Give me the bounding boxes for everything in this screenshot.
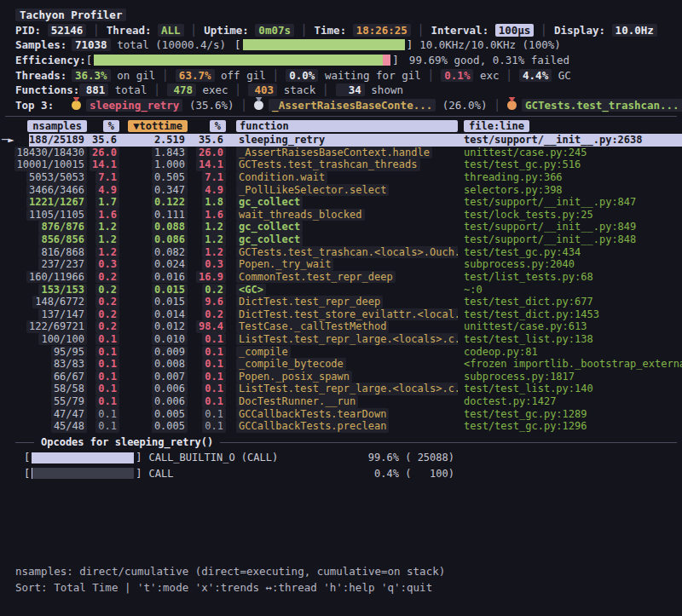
table-row-selected[interactable]: 25188/2518935.62.51935.6sleeping_retryte… (0, 134, 682, 147)
cell-function: Popen._posix_spawn (226, 371, 458, 383)
cell-tottime: 2.519 (119, 134, 188, 147)
cell-nsamples: 83/83 (5, 358, 87, 371)
function-name: sleeping_retry (236, 134, 327, 147)
cell-function: _compile (226, 346, 458, 359)
samples-detail-text: total (10000.4/s) (117, 38, 226, 51)
cell-pct-cumulative: 0.3 (188, 258, 226, 271)
file-line: <frozen importlib._bootstrap_externa (458, 358, 682, 371)
pct-cumulative-value: 0.1 (202, 346, 226, 359)
function-name: GCTests.test_trashcan.<locals>.Ouch... (236, 246, 458, 259)
table-row[interactable]: 160/119660.20.01616.9CommonTest.test_rep… (0, 271, 682, 284)
table-row[interactable]: 856/8561.20.0861.2gc_collecttest/support… (0, 233, 682, 246)
opcode-name: CALL_BUILTIN_O (CALL) (148, 452, 278, 463)
file-line: subprocess.py:1817 (458, 371, 682, 383)
column-header-tottime-sorted[interactable]: ▼tottime (128, 120, 188, 132)
function-name: DictTest.test_store_evilattr.<local... (236, 308, 458, 321)
samples-label: Samples: (15, 38, 72, 51)
table-row[interactable]: 237/2370.30.0240.3Popen._try_waitsubproc… (0, 258, 682, 271)
pct-direct-value: 1.2 (95, 233, 119, 246)
efficiency-line: Efficiency: [ ] 99.69% good, 0.31% faile… (0, 53, 682, 68)
stat-label: stack (277, 83, 315, 96)
table-row[interactable]: 47/470.10.0050.1GCCallbackTests.tearDown… (0, 408, 682, 421)
table-row[interactable]: 148/67720.20.0159.6DictTest.test_repr_de… (0, 296, 682, 308)
stat-label: exec (196, 83, 228, 96)
cell-nsamples: 45/48 (5, 420, 87, 433)
file-line: test/test_list.py:140 (458, 383, 682, 395)
cell-pct-direct: 0.1 (87, 408, 119, 421)
opcode-bar (32, 452, 134, 463)
table-row[interactable]: 45/480.10.0050.1GCCallbackTests.preclean… (0, 420, 682, 433)
function-name: gc_collect (236, 233, 303, 246)
table-row[interactable]: 100/1000.10.0100.1ListTest.test_repr_lar… (0, 333, 682, 346)
top3-function-name[interactable]: GCTests.test_trashcan... (522, 99, 682, 112)
pct-cumulative-value: 9.6 (202, 296, 226, 308)
table-row[interactable]: 10001/1001514.11.00014.1GCTests.test_tra… (0, 158, 682, 171)
table-row[interactable]: 3466/34664.90.3474.9_PollLikeSelector.se… (0, 184, 682, 197)
table-row[interactable]: 122/697210.20.01298.4TestCase._callTestM… (0, 320, 682, 333)
tottime-value: 0.122 (152, 196, 188, 209)
cell-function: <GC> (226, 284, 458, 296)
opcode-bar-open-bracket: [ (24, 452, 30, 463)
top3-function-name[interactable]: sleeping_retry (86, 99, 182, 112)
stat-label: shown (365, 83, 403, 96)
top3-function-name[interactable]: _AssertRaisesBaseConte... (269, 99, 436, 112)
stat-value: 881 (79, 83, 108, 96)
table-row[interactable]: 1221/12671.70.1221.8gc_collecttest/suppo… (0, 196, 682, 209)
table-row[interactable]: 83/830.10.0080.1_compile_bytecode<frozen… (0, 358, 682, 371)
cell-pct-cumulative: 9.6 (188, 296, 226, 308)
table-row[interactable]: 5053/50537.10.5057.1Condition.waitthread… (0, 171, 682, 184)
cell-pct-cumulative: 35.6 (188, 134, 226, 147)
pct-cumulative-value: 14.1 (196, 158, 226, 171)
pct-direct-value: 0.1 (95, 395, 119, 408)
nsamples-value: 237/237 (38, 258, 87, 271)
column-header-fileline[interactable]: file:line (464, 120, 529, 132)
cell-function: _PollLikeSelector.select (226, 184, 458, 197)
cell-pct-cumulative: 0.2 (188, 284, 226, 296)
table-row[interactable]: 55/790.10.0060.1DocTestRunner.__rundocte… (0, 395, 682, 408)
table-row[interactable]: 153/1530.20.0150.2<GC>~:0 (0, 283, 682, 296)
status-value: 10.0Hz (612, 24, 657, 37)
cell-nsamples: 3466/3466 (5, 184, 87, 197)
efficiency-bar (94, 55, 390, 66)
pct-direct-value: 35.6 (90, 134, 119, 147)
cell-tottime: 0.007 (119, 371, 188, 383)
cell-function: ListTest.test_repr_large.<locals>.c... (226, 383, 458, 395)
samples-bar (243, 39, 405, 50)
cell-nsamples: 25188/25189 (5, 134, 87, 147)
pct-cumulative-value: 98.4 (196, 320, 226, 333)
table-row[interactable]: 18430/1843026.01.84326.0_AssertRaisesBas… (0, 147, 682, 159)
file-line: test/test_gc.py:1296 (458, 420, 682, 433)
column-header-function[interactable]: function (236, 120, 458, 132)
table-row[interactable]: 58/580.10.0060.1ListTest.test_repr_large… (0, 383, 682, 395)
top3-separator: │ (241, 99, 248, 112)
table-row[interactable]: 137/1470.20.0140.2DictTest.test_store_ev… (0, 308, 682, 321)
cell-pct-direct: 35.6 (87, 134, 119, 147)
table-row[interactable]: 95/950.10.0090.1_compilecodeop.py:81 (0, 346, 682, 359)
cell-nsamples: 122/69721 (5, 320, 87, 333)
table-row[interactable]: 816/8681.20.0821.2GCTests.test_trashcan.… (0, 246, 682, 259)
tottime-value: 0.024 (152, 258, 188, 271)
cell-function: GCTests.test_trashcan.<locals>.Ouch... (226, 246, 458, 259)
status-label: Interval: (431, 24, 494, 37)
cell-nsamples: 100/100 (5, 333, 87, 346)
column-header-pct-cumulative[interactable]: % (210, 120, 226, 132)
bronze-medal-icon (507, 101, 517, 110)
nsamples-value: 25188/25189 (14, 134, 87, 147)
cell-tottime: 0.015 (119, 296, 188, 308)
stat-separator: │ (153, 83, 160, 96)
column-header-nsamples[interactable]: nsamples (27, 120, 87, 132)
cell-nsamples: 137/147 (5, 308, 87, 321)
pct-cumulative-value: 0.1 (202, 383, 226, 395)
column-header-pct-direct[interactable]: % (103, 120, 119, 132)
cell-pct-cumulative: 1.6 (188, 209, 226, 222)
table-row[interactable]: 1105/11051.60.1111.6wait_threads_blocked… (0, 209, 682, 222)
title-line: Tachyon Profiler (0, 8, 682, 23)
nsamples-value: 876/876 (38, 221, 87, 233)
silver-medal-icon (254, 101, 263, 110)
table-row[interactable]: 876/8761.20.0881.2gc_collecttest/support… (0, 221, 682, 233)
function-name: Popen._posix_spawn (236, 371, 352, 383)
pct-cumulative-value: 0.3 (202, 258, 226, 271)
stat-value: 36.3% (72, 69, 111, 82)
nsamples-value: 137/147 (38, 308, 87, 321)
table-row[interactable]: 66/670.10.0070.1Popen._posix_spawnsubpro… (0, 371, 682, 383)
